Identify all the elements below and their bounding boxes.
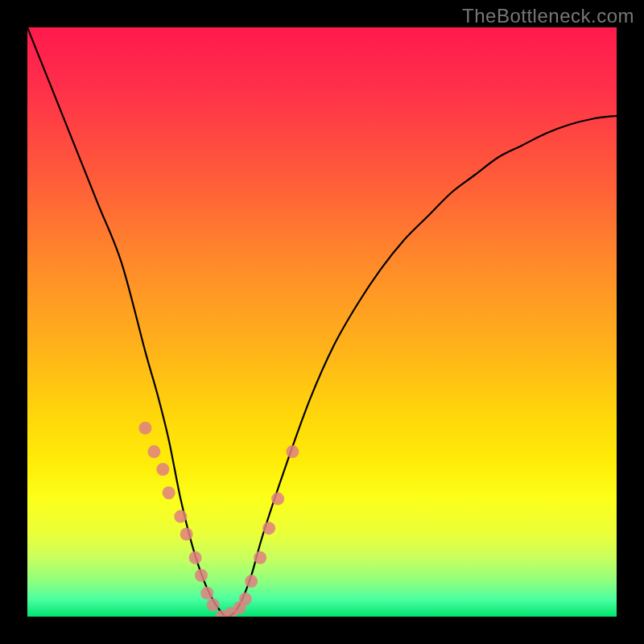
- bottleneck-curve: [27, 27, 617, 617]
- marker-dot: [163, 486, 175, 499]
- marker-dot: [262, 522, 275, 535]
- marker-dot: [195, 569, 208, 582]
- marker-dot: [286, 445, 299, 458]
- marker-dot: [207, 598, 220, 611]
- marker-dot: [156, 463, 169, 476]
- marker-dot: [147, 445, 160, 458]
- marker-dot: [245, 575, 258, 588]
- marker-dot: [200, 587, 213, 600]
- marker-dot: [189, 551, 202, 564]
- marker-group: [138, 422, 299, 617]
- marker-dot: [138, 422, 151, 435]
- plot-area: [27, 27, 617, 617]
- marker-dot: [174, 510, 187, 523]
- marker-dot: [254, 551, 266, 564]
- chart-svg: [27, 27, 617, 617]
- marker-dot: [180, 528, 193, 541]
- chart-frame: TheBottleneck.com: [0, 0, 644, 644]
- marker-dot: [271, 493, 284, 506]
- watermark-text: TheBottleneck.com: [462, 5, 634, 27]
- marker-dot: [239, 592, 252, 605]
